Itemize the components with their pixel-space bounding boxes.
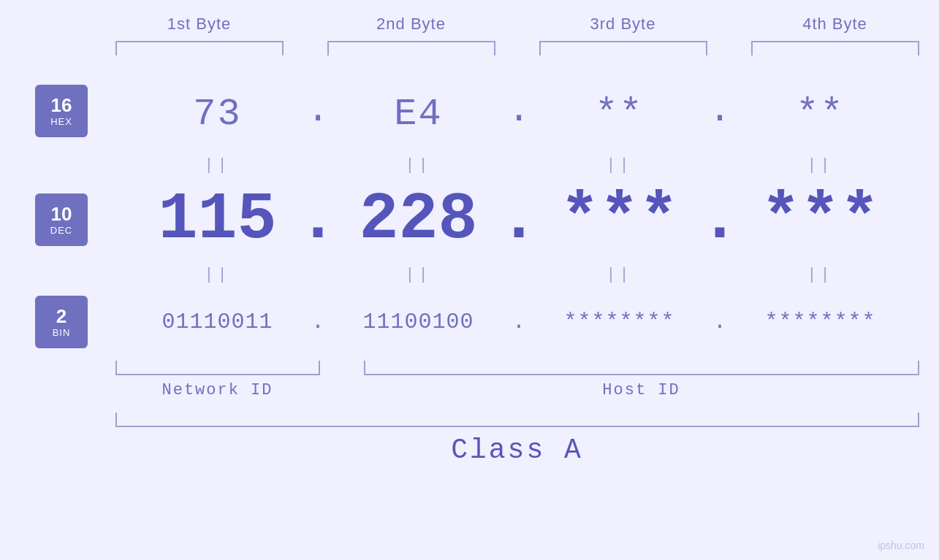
eq-8: || bbox=[740, 266, 901, 284]
bin-base-num: 2 bbox=[56, 306, 66, 327]
bin-val-4: ******** bbox=[740, 310, 901, 334]
hex-dot-1: . bbox=[298, 89, 338, 132]
bin-dot-3: . bbox=[700, 310, 740, 334]
top-brackets bbox=[115, 41, 919, 55]
byte-header-3: 3rd Byte bbox=[539, 15, 707, 34]
eq-7: || bbox=[539, 266, 700, 284]
id-labels: Network ID Host ID bbox=[115, 381, 919, 399]
hex-val-2: E4 bbox=[338, 93, 499, 136]
class-row: Class A bbox=[115, 434, 919, 466]
dec-dot-3: . bbox=[700, 187, 740, 253]
eq-4: || bbox=[740, 156, 901, 174]
bracket-3 bbox=[539, 41, 707, 55]
dec-base-num: 10 bbox=[51, 204, 72, 225]
bin-val-1: 01110011 bbox=[137, 310, 298, 334]
hex-dot-3: . bbox=[700, 89, 740, 132]
watermark: ipshu.com bbox=[878, 540, 924, 551]
dec-val-2: 228 bbox=[338, 187, 499, 253]
byte-header-1: 1st Byte bbox=[115, 15, 284, 34]
bracket-1 bbox=[115, 41, 284, 55]
dec-val-1: 115 bbox=[137, 187, 298, 253]
hex-data: 73 . E4 . ** . ** bbox=[128, 89, 939, 139]
eq-5: || bbox=[137, 266, 298, 284]
bin-dot-2: . bbox=[499, 310, 539, 334]
eq-content-1: || || || || bbox=[128, 156, 939, 174]
dec-badge: 10 DEC bbox=[35, 193, 88, 246]
dec-val-4: *** bbox=[740, 187, 901, 253]
bin-base-label: BIN bbox=[53, 327, 71, 338]
host-bracket bbox=[364, 361, 919, 375]
dec-data: 115 . 228 . *** . *** bbox=[128, 187, 939, 253]
bracket-4 bbox=[751, 41, 919, 55]
bottom-brackets bbox=[115, 361, 919, 375]
bin-val-3: ******** bbox=[539, 310, 700, 334]
hex-dot-2: . bbox=[499, 89, 539, 132]
hex-val-3: ** bbox=[539, 93, 700, 136]
dec-row: 10 DEC 115 . 228 . *** . *** bbox=[0, 180, 939, 260]
eq-1: || bbox=[137, 156, 298, 174]
outer-bracket-row bbox=[115, 413, 919, 427]
hex-row: 16 HEX 73 . E4 . ** . ** bbox=[0, 77, 939, 150]
network-bracket bbox=[115, 361, 320, 375]
dec-dot-2: . bbox=[499, 187, 539, 253]
outer-bracket bbox=[115, 413, 919, 427]
hex-badge: 16 HEX bbox=[35, 85, 88, 137]
dec-dot-1: . bbox=[298, 187, 338, 253]
host-id-label: Host ID bbox=[364, 381, 919, 399]
main-container: 1st Byte 2nd Byte 3rd Byte 4th Byte 16 H… bbox=[0, 0, 939, 560]
byte-headers: 1st Byte 2nd Byte 3rd Byte 4th Byte bbox=[115, 15, 919, 34]
byte-header-4: 4th Byte bbox=[751, 15, 919, 34]
bin-data: 01110011 . 11100100 . ******** . *******… bbox=[128, 310, 939, 334]
eq-content-2: || || || || bbox=[128, 266, 939, 284]
hex-val-4: ** bbox=[740, 93, 901, 136]
class-label: Class A bbox=[451, 434, 583, 466]
bin-dot-1: . bbox=[298, 310, 338, 334]
content-area: 16 HEX 73 . E4 . ** . ** || || | bbox=[0, 70, 939, 355]
bin-badge: 2 BIN bbox=[35, 296, 88, 348]
eq-3: || bbox=[539, 156, 700, 174]
eq-2: || bbox=[338, 156, 499, 174]
bin-val-2: 11100100 bbox=[338, 310, 499, 334]
equals-row-1: || || || || bbox=[0, 150, 939, 180]
dec-base-label: DEC bbox=[50, 225, 72, 236]
hex-base-num: 16 bbox=[51, 95, 72, 116]
eq-6: || bbox=[338, 266, 499, 284]
dec-val-3: *** bbox=[539, 187, 700, 253]
byte-header-2: 2nd Byte bbox=[327, 15, 495, 34]
bin-row: 2 BIN 01110011 . 11100100 . ******** . *… bbox=[0, 289, 939, 355]
hex-val-1: 73 bbox=[137, 93, 298, 136]
network-id-label: Network ID bbox=[115, 381, 320, 399]
hex-base-label: HEX bbox=[50, 116, 72, 127]
equals-row-2: || || || || bbox=[0, 260, 939, 289]
bracket-2 bbox=[327, 41, 495, 55]
